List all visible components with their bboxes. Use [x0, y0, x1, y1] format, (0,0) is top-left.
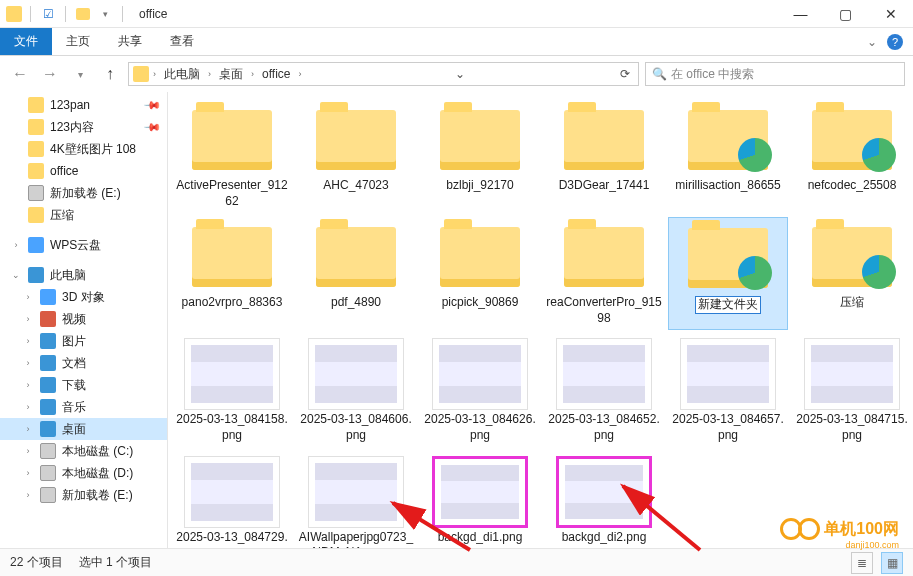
breadcrumb-seg-pc[interactable]: 此电脑	[160, 66, 204, 83]
folder-item[interactable]: AHC_47023	[296, 100, 416, 213]
file-item[interactable]: 2025-03-13_084652.png	[544, 334, 664, 447]
tree-item[interactable]: 123pan📌	[0, 94, 167, 116]
tree-item[interactable]: ›本地磁盘 (D:)	[0, 462, 167, 484]
item-label: reaConverterPro_91598	[546, 295, 662, 326]
tab-file[interactable]: 文件	[0, 28, 52, 55]
folder-item[interactable]: 压缩	[792, 217, 912, 330]
window-title: office	[139, 7, 167, 21]
folder-item[interactable]: D3DGear_17441	[544, 100, 664, 213]
qa-checkbox[interactable]: ☑	[39, 5, 57, 23]
image-thumbnail	[308, 456, 404, 528]
file-item[interactable]: 2025-03-13_084158.png	[172, 334, 292, 447]
tree-item[interactable]: ›新加载卷 (E:)	[0, 484, 167, 506]
folder-icon	[680, 222, 776, 294]
file-item[interactable]: 2025-03-13_084729.png	[172, 452, 292, 548]
tree-wps[interactable]: ›WPS云盘	[0, 234, 167, 256]
folder-item[interactable]: bzlbji_92170	[420, 100, 540, 213]
tree-item[interactable]: 123内容📌	[0, 116, 167, 138]
file-item[interactable]: 2025-03-13_084657.png	[668, 334, 788, 447]
tree-item[interactable]: 新加载卷 (E:)	[0, 182, 167, 204]
tree-item[interactable]: 压缩	[0, 204, 167, 226]
breadcrumb-seg-office[interactable]: office	[258, 67, 294, 81]
file-item[interactable]: backgd_di1.png	[420, 452, 540, 548]
folder-icon	[680, 104, 776, 176]
nav-forward-button: →	[38, 62, 62, 86]
tree-item[interactable]: ›本地磁盘 (C:)	[0, 440, 167, 462]
qa-dropdown[interactable]: ▾	[96, 5, 114, 23]
folder-item[interactable]: picpick_90869	[420, 217, 540, 330]
tree-item[interactable]: office	[0, 160, 167, 182]
breadcrumb-seg-desktop[interactable]: 桌面	[215, 66, 247, 83]
refresh-icon[interactable]: ⟳	[616, 67, 634, 81]
folder-icon	[804, 104, 900, 176]
item-label: pano2vrpro_88363	[182, 295, 283, 311]
tree-item[interactable]: ›音乐	[0, 396, 167, 418]
tree-item[interactable]: ›视频	[0, 308, 167, 330]
item-label[interactable]: 新建文件夹	[695, 296, 761, 314]
image-thumbnail	[184, 338, 280, 410]
tab-view[interactable]: 查看	[156, 28, 208, 55]
item-label: mirillisaction_86655	[675, 178, 780, 194]
folder-item[interactable]: nefcodec_25508	[792, 100, 912, 213]
address-folder-icon	[133, 66, 149, 82]
folder-item[interactable]: 新建文件夹	[668, 217, 788, 330]
nav-tree[interactable]: 123pan📌 123内容📌 4K壁纸图片 108 office 新加载卷 (E…	[0, 92, 168, 548]
tree-item[interactable]: ›文档	[0, 352, 167, 374]
item-label: 2025-03-13_084158.png	[174, 412, 290, 443]
item-label: backgd_di2.png	[562, 530, 647, 546]
tab-share[interactable]: 共享	[104, 28, 156, 55]
folder-icon	[308, 221, 404, 293]
view-details-button[interactable]: ≣	[851, 552, 873, 574]
qa-folder-icon[interactable]	[74, 5, 92, 23]
search-icon: 🔍	[652, 67, 667, 81]
nav-recent-dropdown[interactable]: ▾	[68, 62, 92, 86]
folder-icon	[432, 221, 528, 293]
search-input[interactable]: 🔍 在 office 中搜索	[645, 62, 905, 86]
app-icon	[6, 6, 22, 22]
item-label: 2025-03-13_084657.png	[670, 412, 786, 443]
image-thumbnail	[432, 338, 528, 410]
tree-this-pc[interactable]: ⌄此电脑	[0, 264, 167, 286]
file-item[interactable]: 2025-03-13_084715.png	[792, 334, 912, 447]
file-grid[interactable]: ActivePresenter_91262AHC_47023bzlbji_921…	[168, 92, 913, 548]
watermark: 单机100网 danji100.com	[780, 518, 899, 540]
help-icon[interactable]: ?	[887, 34, 903, 50]
address-dropdown-icon[interactable]: ⌄	[451, 67, 469, 81]
file-item[interactable]: 2025-03-13_084606.png	[296, 334, 416, 447]
item-label: nefcodec_25508	[808, 178, 897, 194]
file-item[interactable]: 2025-03-13_084626.png	[420, 334, 540, 447]
maximize-button[interactable]: ▢	[823, 0, 868, 27]
item-label: 2025-03-13_084652.png	[546, 412, 662, 443]
tree-item[interactable]: ›图片	[0, 330, 167, 352]
pin-icon: 📌	[142, 117, 161, 136]
folder-item[interactable]: reaConverterPro_91598	[544, 217, 664, 330]
status-selected: 选中 1 个项目	[79, 554, 152, 571]
minimize-button[interactable]: —	[778, 0, 823, 27]
pin-icon: 📌	[142, 95, 161, 114]
folder-icon	[556, 221, 652, 293]
address-bar[interactable]: › 此电脑 › 桌面 › office › ⌄ ⟳	[128, 62, 639, 86]
nav-back-button[interactable]: ←	[8, 62, 32, 86]
image-thumbnail	[556, 338, 652, 410]
folder-icon	[432, 104, 528, 176]
tree-item[interactable]: ›下载	[0, 374, 167, 396]
item-label: picpick_90869	[442, 295, 519, 311]
folder-item[interactable]: pano2vrpro_88363	[172, 217, 292, 330]
file-item[interactable]: AIWallpaperjpg0723_NDMxNA==.png	[296, 452, 416, 548]
tree-item[interactable]: ›3D 对象	[0, 286, 167, 308]
folder-icon	[556, 104, 652, 176]
folder-item[interactable]: mirillisaction_86655	[668, 100, 788, 213]
item-label: 2025-03-13_084715.png	[794, 412, 910, 443]
close-button[interactable]: ✕	[868, 0, 913, 27]
folder-item[interactable]: pdf_4890	[296, 217, 416, 330]
item-label: bzlbji_92170	[446, 178, 513, 194]
tab-home[interactable]: 主页	[52, 28, 104, 55]
tree-item[interactable]: 4K壁纸图片 108	[0, 138, 167, 160]
view-thumbs-button[interactable]: ▦	[881, 552, 903, 574]
nav-up-button[interactable]: ↑	[98, 62, 122, 86]
file-item[interactable]: backgd_di2.png	[544, 452, 664, 548]
folder-item[interactable]: ActivePresenter_91262	[172, 100, 292, 213]
item-label: 2025-03-13_084626.png	[422, 412, 538, 443]
ribbon-expand-icon[interactable]: ⌄	[867, 35, 877, 49]
tree-item-desktop[interactable]: ›桌面	[0, 418, 167, 440]
